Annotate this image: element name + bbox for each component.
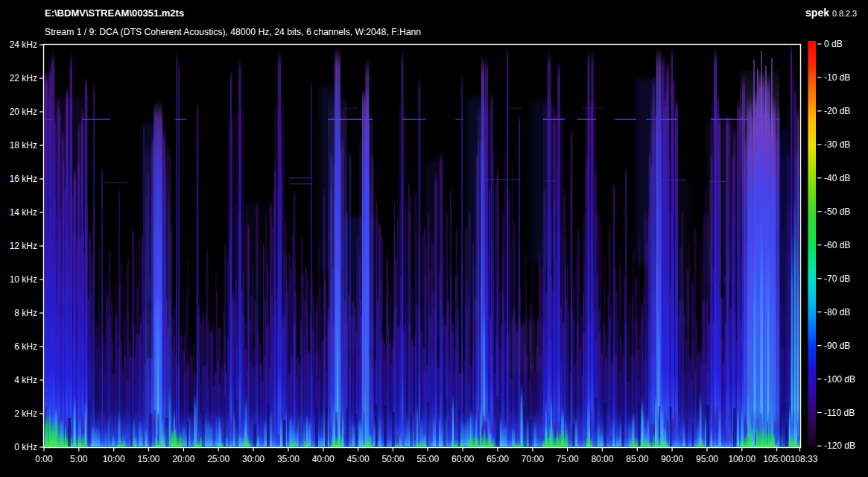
svg-text:-100 dB: -100 dB [824,374,855,385]
svg-text:0 kHz: 0 kHz [14,442,37,452]
svg-text:-110 dB: -110 dB [824,408,855,418]
svg-text:spek: spek [805,7,829,19]
svg-text:-50 dB: -50 dB [824,206,850,217]
svg-text:80:00: 80:00 [591,454,613,464]
svg-text:-30 dB: -30 dB [824,139,850,150]
svg-text:Stream 1 / 9: DCA (DTS Coheren: Stream 1 / 9: DCA (DTS Coherent Acoustic… [45,27,421,37]
svg-text:-40 dB: -40 dB [824,173,850,183]
svg-text:108:33: 108:33 [791,454,818,464]
svg-text:65:00: 65:00 [487,454,509,464]
svg-text:-60 dB: -60 dB [824,240,850,250]
svg-text:0.8.2.3: 0.8.2.3 [832,9,857,18]
svg-text:-20 dB: -20 dB [824,106,850,116]
svg-text:100:00: 100:00 [728,454,755,464]
svg-text:90:00: 90:00 [661,454,683,464]
svg-text:95:00: 95:00 [696,454,718,464]
svg-text:22 kHz: 22 kHz [10,73,37,83]
svg-text:10 kHz: 10 kHz [10,274,37,285]
svg-text:70:00: 70:00 [522,454,544,464]
svg-text:0 dB: 0 dB [824,39,843,49]
svg-text:-10 dB: -10 dB [824,72,850,83]
svg-text:8 kHz: 8 kHz [14,308,37,318]
svg-text:85:00: 85:00 [626,454,648,464]
svg-text:4 kHz: 4 kHz [14,375,37,385]
svg-text:-70 dB: -70 dB [824,274,850,284]
svg-text:75:00: 75:00 [557,454,579,464]
svg-text:15:00: 15:00 [137,454,159,464]
svg-text:6 kHz: 6 kHz [14,341,37,352]
svg-text:E:\BDMV\STREAM\00351.m2ts: E:\BDMV\STREAM\00351.m2ts [45,7,184,19]
svg-text:2 kHz: 2 kHz [14,408,37,419]
svg-text:14 kHz: 14 kHz [10,207,37,218]
svg-text:40:00: 40:00 [312,454,335,464]
svg-text:5:00: 5:00 [70,454,88,464]
svg-text:55:00: 55:00 [416,454,439,464]
svg-text:24 kHz: 24 kHz [10,40,37,50]
svg-text:45:00: 45:00 [347,454,370,464]
svg-text:-90 dB: -90 dB [824,341,850,351]
svg-text:35:00: 35:00 [277,454,300,464]
svg-text:25:00: 25:00 [207,454,229,464]
svg-text:20:00: 20:00 [172,454,194,464]
svg-text:0:00: 0:00 [35,454,53,464]
svg-text:105:00: 105:00 [763,454,791,464]
svg-text:30:00: 30:00 [242,454,264,464]
svg-text:10:00: 10:00 [103,454,125,464]
svg-text:-120 dB: -120 dB [824,440,855,451]
svg-text:18 kHz: 18 kHz [10,140,37,151]
svg-text:20 kHz: 20 kHz [10,107,37,117]
svg-text:16 kHz: 16 kHz [10,174,37,184]
svg-text:50:00: 50:00 [381,454,404,464]
svg-text:60:00: 60:00 [452,454,474,464]
svg-text:-80 dB: -80 dB [824,307,850,318]
svg-text:12 kHz: 12 kHz [10,241,37,251]
